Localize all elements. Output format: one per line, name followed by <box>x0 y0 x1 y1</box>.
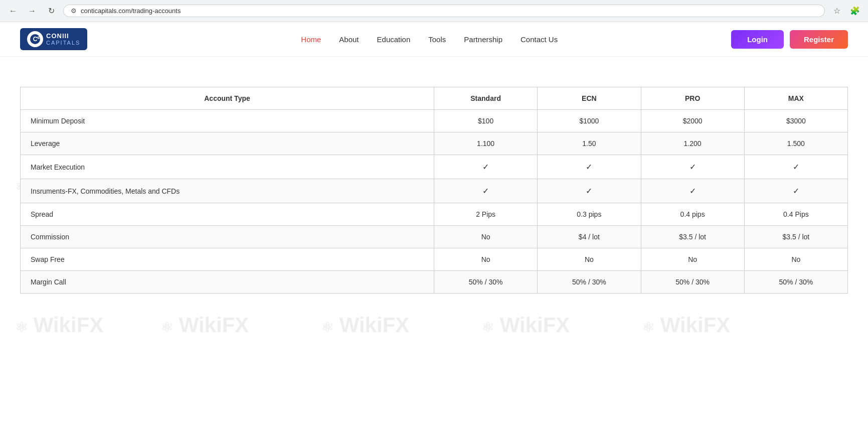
row-label: Market Execution <box>21 155 434 179</box>
row-max: $3.5 / lot <box>744 226 847 248</box>
svg-line-3 <box>38 38 40 39</box>
row-ecn: ✓ <box>538 179 641 203</box>
row-ecn: $4 / lot <box>538 226 641 248</box>
row-standard: 50% / 30% <box>434 271 538 294</box>
checkmark-icon: ✓ <box>482 163 489 171</box>
url-text: conticapitals.com/trading-accounts <box>81 7 817 15</box>
account-type-table: Account Type Standard ECN PRO MAX Minimu… <box>20 87 848 294</box>
row-label: Spread <box>21 203 434 226</box>
navbar: C CONIII CAPITALS Home About Education T… <box>0 22 868 57</box>
nav-home[interactable]: Home <box>301 35 321 44</box>
table-row: Margin Call50% / 30%50% / 30%50% / 30%50… <box>21 271 848 294</box>
checkmark-icon: ✓ <box>793 187 799 195</box>
row-ecn: 0.3 pips <box>538 203 641 226</box>
checkmark-icon: ✓ <box>793 163 799 171</box>
security-icon: ⚙ <box>71 7 77 15</box>
row-pro: 1.200 <box>641 132 744 155</box>
nav-tools[interactable]: Tools <box>428 35 446 44</box>
nav-actions: Login Register <box>731 30 848 49</box>
logo-brand: CONIII <box>46 33 80 40</box>
table-row: Spread2 Pips0.3 pips0.4 pips0.4 Pips <box>21 203 848 226</box>
table-row: Minimum Deposit$100$1000$2000$3000 <box>21 110 848 132</box>
row-label: Leverage <box>21 132 434 155</box>
header-account-type: Account Type <box>21 87 434 110</box>
row-pro: 0.4 pips <box>641 203 744 226</box>
row-max: ✓ <box>744 155 847 179</box>
checkmark-icon: ✓ <box>586 163 592 171</box>
header-standard: Standard <box>434 87 538 110</box>
row-max: $3000 <box>744 110 847 132</box>
header-max: MAX <box>744 87 847 110</box>
login-button[interactable]: Login <box>731 30 784 49</box>
row-max: 50% / 30% <box>744 271 847 294</box>
nav-about[interactable]: About <box>339 35 359 44</box>
row-ecn: 1.50 <box>538 132 641 155</box>
nav-education[interactable]: Education <box>377 35 411 44</box>
row-label: Margin Call <box>21 271 434 294</box>
nav-links: Home About Education Tools Partnership C… <box>127 35 731 44</box>
row-ecn: ✓ <box>538 155 641 179</box>
table-row: Insruments-FX, Commodities, Metals and C… <box>21 179 848 203</box>
logo[interactable]: C CONIII CAPITALS <box>20 28 87 50</box>
row-pro: 50% / 30% <box>641 271 744 294</box>
row-ecn: 50% / 30% <box>538 271 641 294</box>
row-standard: ✓ <box>434 155 538 179</box>
table-row: CommissionNo$4 / lot$3.5 / lot$3.5 / lot <box>21 226 848 248</box>
extensions-button[interactable]: 🧩 <box>848 4 862 18</box>
checkmark-icon: ✓ <box>689 187 696 195</box>
nav-partnership[interactable]: Partnership <box>464 35 502 44</box>
checkmark-icon: ✓ <box>482 187 489 195</box>
address-bar[interactable]: ⚙ conticapitals.com/trading-accounts <box>63 5 825 17</box>
row-standard: ✓ <box>434 179 538 203</box>
table-row: Swap FreeNoNoNoNo <box>21 248 848 271</box>
row-max: No <box>744 248 847 271</box>
row-pro: $3.5 / lot <box>641 226 744 248</box>
row-label: Insruments-FX, Commodities, Metals and C… <box>21 179 434 203</box>
row-label: Swap Free <box>21 248 434 271</box>
logo-text: CONIII CAPITALS <box>46 33 80 46</box>
logo-icon: C <box>27 31 43 47</box>
row-max: ✓ <box>744 179 847 203</box>
row-pro: $2000 <box>641 110 744 132</box>
row-pro: ✓ <box>641 155 744 179</box>
table-row: Leverage1.1001.501.2001.500 <box>21 132 848 155</box>
row-max: 0.4 Pips <box>744 203 847 226</box>
row-standard: No <box>434 248 538 271</box>
back-button[interactable]: ← <box>6 4 20 18</box>
svg-text:C: C <box>33 36 38 43</box>
browser-chrome: ← → ↻ ⚙ conticapitals.com/trading-accoun… <box>0 0 868 22</box>
row-standard: 1.100 <box>434 132 538 155</box>
nav-contact-us[interactable]: Contact Us <box>520 35 558 44</box>
checkmark-icon: ✓ <box>586 187 592 195</box>
row-pro: ✓ <box>641 179 744 203</box>
forward-button[interactable]: → <box>25 4 39 18</box>
row-standard: 2 Pips <box>434 203 538 226</box>
row-pro: No <box>641 248 744 271</box>
register-button[interactable]: Register <box>790 30 848 49</box>
main-content: Account Type Standard ECN PRO MAX Minimu… <box>0 57 868 334</box>
bookmark-button[interactable]: ☆ <box>830 4 844 18</box>
row-label: Minimum Deposit <box>21 110 434 132</box>
row-standard: No <box>434 226 538 248</box>
checkmark-icon: ✓ <box>689 163 696 171</box>
logo-tagline: CAPITALS <box>46 40 80 46</box>
row-standard: $100 <box>434 110 538 132</box>
table-row: Market Execution✓✓✓✓ <box>21 155 848 179</box>
row-ecn: No <box>538 248 641 271</box>
reload-button[interactable]: ↻ <box>44 4 58 18</box>
header-pro: PRO <box>641 87 744 110</box>
row-ecn: $1000 <box>538 110 641 132</box>
row-max: 1.500 <box>744 132 847 155</box>
page-content: ⚛ WikiFX ⚛ WikiFX ⚛ WikiFX ⚛ WikiFX ⚛ Wi… <box>0 22 868 334</box>
row-label: Commission <box>21 226 434 248</box>
header-ecn: ECN <box>538 87 641 110</box>
